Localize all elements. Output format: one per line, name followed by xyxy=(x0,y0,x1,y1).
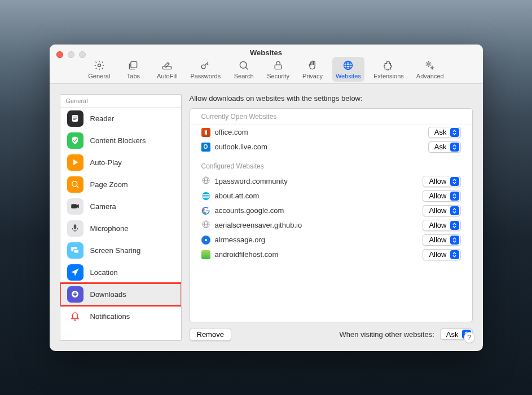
hand-icon xyxy=(307,59,318,72)
help-button[interactable]: ? xyxy=(464,332,475,343)
sidebar-item-reader[interactable]: Reader xyxy=(60,108,181,130)
remove-button[interactable]: Remove xyxy=(190,328,231,341)
toolbar-label: Advanced xyxy=(416,73,444,79)
site-policy-select[interactable]: Allow xyxy=(423,249,460,260)
site-policy-value: Allow xyxy=(429,221,446,229)
toolbar-label: Passwords xyxy=(190,73,221,79)
sidebar-item-label: Microphone xyxy=(90,224,129,233)
site-policy-value: Allow xyxy=(429,177,446,185)
site-policy-select[interactable]: Allow xyxy=(423,176,460,187)
sidebar-item-label: Location xyxy=(90,268,118,277)
sidebar-item-notifications[interactable]: Notifications xyxy=(60,305,181,327)
svg-rect-18 xyxy=(74,250,79,254)
site-name: androidfilehost.com xyxy=(215,250,419,259)
close-window-button[interactable] xyxy=(56,51,63,58)
site-row[interactable]: accounts.google.com Allow xyxy=(190,203,472,218)
sidebar-item-auto-play[interactable]: Auto-Play xyxy=(60,152,181,174)
site-policy-select[interactable]: Allow xyxy=(423,234,460,246)
camera-icon xyxy=(67,198,83,215)
default-policy-value: Ask xyxy=(446,330,459,339)
site-row[interactable]: office.com Ask xyxy=(190,125,472,140)
screens-icon xyxy=(67,242,83,259)
site-favicon xyxy=(201,176,210,187)
site-favicon xyxy=(201,128,210,137)
play-icon xyxy=(67,154,83,171)
sidebar-item-label: Downloads xyxy=(90,290,126,299)
chevron-updown-icon xyxy=(450,128,459,137)
toolbar-tab-general[interactable]: General xyxy=(85,57,113,82)
site-row[interactable]: O outlook.live.com Ask xyxy=(190,140,472,154)
svg-rect-16 xyxy=(74,224,77,229)
svg-rect-15 xyxy=(71,204,77,208)
preferences-window: Websites General Tabs AutoFill Passwords… xyxy=(50,45,483,351)
toolbar-tab-privacy[interactable]: Privacy xyxy=(298,57,327,82)
toolbar-label: Security xyxy=(267,73,289,79)
lock-icon xyxy=(272,59,284,72)
toolbar-tab-search[interactable]: Search xyxy=(230,57,258,82)
gears-icon xyxy=(424,59,436,72)
site-name: 1password.community xyxy=(215,177,419,185)
sidebar-item-page-zoom[interactable]: Page Zoom xyxy=(60,174,181,196)
site-row[interactable]: 1password.community Allow xyxy=(190,174,472,189)
puzzle-icon xyxy=(383,59,394,72)
toolbar-label: Websites xyxy=(336,73,361,79)
toolbar-label: Tabs xyxy=(127,73,140,79)
site-policy-select[interactable]: Ask xyxy=(428,127,461,138)
default-policy-label: When visiting other websites: xyxy=(339,330,434,339)
site-name: office.com xyxy=(215,128,424,136)
chevron-updown-icon xyxy=(450,221,459,230)
sidebar-item-downloads[interactable]: Downloads xyxy=(60,283,181,305)
toolbar-tab-tabs[interactable]: Tabs xyxy=(119,57,147,82)
sidebar-item-location[interactable]: Location xyxy=(60,261,181,283)
titlebar: Websites General Tabs AutoFill Passwords… xyxy=(50,45,483,84)
zoom-window-button[interactable] xyxy=(79,51,86,58)
sidebar-item-camera[interactable]: Camera xyxy=(60,196,181,218)
site-row[interactable]: aerialscreensaver.github.io Allow xyxy=(190,218,472,233)
zoom-icon xyxy=(67,176,83,193)
svg-rect-1 xyxy=(131,61,137,68)
sidebar-item-label: Reader xyxy=(90,114,115,123)
toolbar-label: AutoFill xyxy=(157,73,178,79)
svg-point-3 xyxy=(202,65,206,69)
minimize-window-button[interactable] xyxy=(68,51,74,58)
svg-rect-13 xyxy=(73,119,76,120)
site-policy-select[interactable]: Allow xyxy=(423,220,460,231)
preferences-toolbar: General Tabs AutoFill Passwords Search S… xyxy=(50,57,483,85)
toolbar-label: General xyxy=(88,73,110,79)
toolbar-tab-autofill[interactable]: AutoFill xyxy=(153,57,181,82)
open-websites-header: Currently Open Websites xyxy=(190,109,472,125)
site-name: airmessage.org xyxy=(215,236,419,244)
svg-point-8 xyxy=(428,63,429,64)
chevron-updown-icon xyxy=(450,236,459,245)
toolbar-label: Search xyxy=(234,73,254,79)
sidebar-item-content-blockers[interactable]: Content Blockers xyxy=(60,130,181,152)
shield-check-icon xyxy=(67,132,83,149)
site-row[interactable]: airmessage.org Allow xyxy=(190,233,472,247)
sidebar-item-label: Camera xyxy=(90,202,116,211)
configured-websites-header: Configured Websites xyxy=(190,154,472,174)
window-controls xyxy=(56,51,86,58)
svg-point-9 xyxy=(432,66,433,68)
sidebar-item-microphone[interactable]: Microphone xyxy=(60,218,181,239)
site-row[interactable]: about.att.com Allow xyxy=(190,189,472,203)
toolbar-tab-passwords[interactable]: Passwords xyxy=(187,57,224,82)
bell-icon xyxy=(67,308,83,325)
sidebar-item-screen-sharing[interactable]: Screen Sharing xyxy=(60,239,181,261)
site-policy-value: Allow xyxy=(429,236,446,244)
toolbar-tab-websites[interactable]: Websites xyxy=(332,57,364,82)
window-title: Websites xyxy=(50,45,483,57)
download-arrow-icon xyxy=(67,286,83,303)
site-name: about.att.com xyxy=(215,192,419,200)
bottom-controls: Remove When visiting other websites: Ask xyxy=(190,322,473,341)
site-policy-select[interactable]: Allow xyxy=(423,190,460,202)
sidebar-item-label: Page Zoom xyxy=(90,180,128,189)
site-name: aerialscreensaver.github.io xyxy=(215,221,419,229)
site-policy-select[interactable]: Allow xyxy=(423,205,460,216)
site-policy-select[interactable]: Ask xyxy=(428,141,461,153)
toolbar-tab-security[interactable]: Security xyxy=(263,57,293,82)
toolbar-tab-extensions[interactable]: Extensions xyxy=(370,57,407,82)
site-favicon xyxy=(201,192,210,201)
toolbar-tab-advanced[interactable]: Advanced xyxy=(413,57,447,82)
site-row[interactable]: androidfilehost.com Allow xyxy=(190,247,472,262)
content-area: General Reader Content Blockers Auto-Pla… xyxy=(50,84,483,351)
